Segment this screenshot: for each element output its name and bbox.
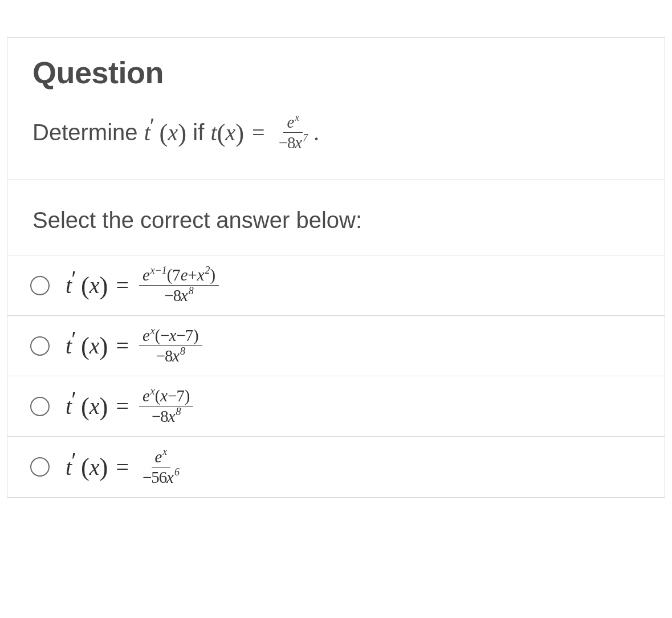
option-d[interactable]: t′ (x) = ex −56x6 bbox=[7, 437, 665, 497]
radio-icon bbox=[30, 397, 50, 416]
radio-icon bbox=[30, 276, 50, 295]
option-b[interactable]: t′ (x) = ex(−x−7) −8x8 bbox=[7, 316, 665, 376]
option-c-expression: t′ (x) = ex(x−7) −8x8 bbox=[66, 387, 196, 426]
prompt-infix: if bbox=[193, 120, 204, 145]
radio-icon bbox=[30, 457, 50, 477]
question-header: Question Determine t′ (x) if t(x) = ex −… bbox=[7, 38, 665, 180]
option-d-expression: t′ (x) = ex −56x6 bbox=[66, 448, 185, 487]
expr-t-prime-x: t′ (x) bbox=[144, 118, 186, 148]
option-a-expression: t′ (x) = ex−1(7e+x2) −8x8 bbox=[66, 266, 221, 305]
select-prompt: Select the correct answer below: bbox=[7, 180, 665, 255]
option-a[interactable]: t′ (x) = ex−1(7e+x2) −8x8 bbox=[7, 255, 665, 316]
prompt-prefix: Determine bbox=[32, 120, 138, 145]
radio-icon bbox=[30, 336, 50, 356]
question-prompt: Determine t′ (x) if t(x) = ex −8x7 . bbox=[32, 113, 640, 152]
expr-t-of-x-equals: t(x) = ex −8x7 . bbox=[210, 113, 319, 152]
question-title: Question bbox=[32, 55, 640, 90]
question-card: Question Determine t′ (x) if t(x) = ex −… bbox=[7, 37, 665, 498]
option-c[interactable]: t′ (x) = ex(x−7) −8x8 bbox=[7, 376, 665, 437]
given-fraction: ex −8x7 bbox=[275, 113, 311, 152]
option-b-expression: t′ (x) = ex(−x−7) −8x8 bbox=[66, 326, 205, 365]
